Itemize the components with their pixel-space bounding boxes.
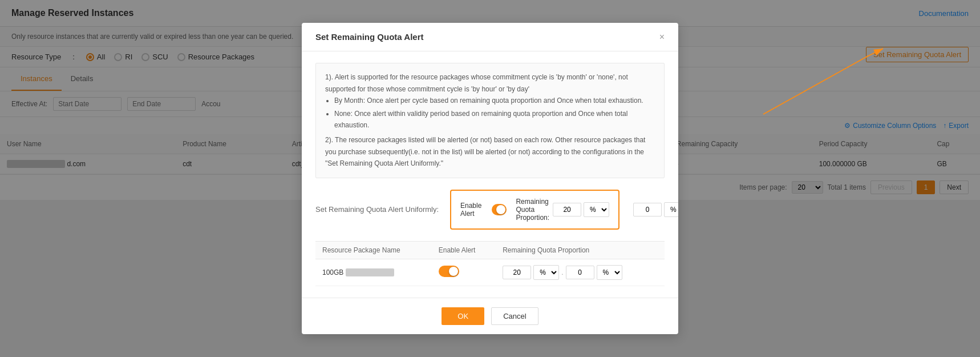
enable-alert-toggle-wrapper: Enable Alert bbox=[460, 202, 507, 218]
svg-line-2 bbox=[763, 57, 866, 114]
row-second-quota-select[interactable]: % bbox=[597, 265, 622, 280]
remaining-quota-label: RemainingQuotaProportion: bbox=[516, 198, 549, 222]
modal-resource-table: Resource Package Name Enable Alert Remai… bbox=[315, 241, 665, 286]
modal-close-button[interactable]: × bbox=[659, 33, 665, 42]
uniform-alert-row: Set Remaining Quota Alert Uniformly: Ena… bbox=[315, 190, 665, 230]
modal-overlay: Set Remaining Quota Alert × 1). Alert is… bbox=[0, 0, 980, 357]
package-name-blurred: ██████████ bbox=[346, 268, 394, 276]
cancel-button[interactable]: Cancel bbox=[491, 307, 538, 325]
row-enable-alert-toggle[interactable] bbox=[439, 266, 459, 277]
info-line-1: 1). Alert is supported for the resource … bbox=[325, 71, 655, 95]
info-line-2: 2). The resource packages listed will be… bbox=[325, 134, 655, 169]
row-toggle-knob bbox=[449, 267, 458, 276]
svg-line-1 bbox=[866, 49, 883, 57]
second-quota-value-input[interactable] bbox=[633, 203, 662, 216]
toggle-knob bbox=[496, 205, 505, 214]
modal-col-quota-proportion: Remaining Quota Proportion bbox=[496, 241, 665, 259]
quota-input-group: % bbox=[553, 202, 609, 217]
modal-cell-enable-alert bbox=[432, 259, 496, 286]
modal-title: Set Remaining Quota Alert bbox=[315, 32, 423, 42]
modal-header: Set Remaining Quota Alert × bbox=[302, 23, 678, 51]
info-bullet-1: By Month: Once alert per cycle based on … bbox=[334, 95, 655, 106]
quota-separator: . bbox=[561, 268, 563, 276]
info-bullet-2: None: Once alert within validity period … bbox=[334, 108, 655, 131]
arrow-annotation bbox=[706, 46, 889, 149]
modal-table-row: 100GB ██████████ bbox=[315, 259, 665, 286]
page-background: Manage Reserved Instances Documentation … bbox=[0, 0, 980, 357]
ok-button[interactable]: OK bbox=[442, 307, 484, 325]
row-second-quota-input[interactable] bbox=[566, 266, 594, 279]
modal-set-quota-alert: Set Remaining Quota Alert × 1). Alert is… bbox=[302, 23, 678, 334]
package-name-text: 100GB bbox=[322, 268, 343, 276]
uniform-controls: Enable Alert RemainingQuotaProportion: bbox=[450, 190, 619, 230]
modal-col-enable-alert: Enable Alert bbox=[432, 241, 496, 259]
info-box: 1). Alert is supported for the resource … bbox=[315, 63, 665, 178]
row-quota-inputs: % . % bbox=[503, 265, 658, 280]
modal-footer: OK Cancel bbox=[302, 298, 678, 334]
modal-col-name: Resource Package Name bbox=[315, 241, 432, 259]
quota-value-input[interactable] bbox=[553, 203, 581, 216]
quota-proportion-wrapper: RemainingQuotaProportion: % bbox=[516, 198, 609, 222]
row-quota-value-input[interactable] bbox=[503, 266, 531, 279]
row-quota-unit-select[interactable]: % bbox=[533, 265, 559, 280]
modal-body: 1). Alert is supported for the resource … bbox=[302, 51, 678, 297]
modal-table-header-row: Resource Package Name Enable Alert Remai… bbox=[315, 241, 665, 259]
modal-cell-quota: % . % bbox=[496, 259, 665, 286]
second-quota-group: % bbox=[633, 202, 678, 217]
uniform-label: Set Remaining Quota Alert Uniformly: bbox=[315, 205, 441, 214]
enable-alert-toggle[interactable] bbox=[492, 204, 507, 215]
enable-alert-label: Enable Alert bbox=[460, 202, 487, 218]
quota-unit-select[interactable]: % bbox=[584, 202, 609, 217]
modal-cell-name: 100GB ██████████ bbox=[315, 259, 432, 286]
second-quota-unit-select[interactable]: % bbox=[664, 202, 678, 217]
